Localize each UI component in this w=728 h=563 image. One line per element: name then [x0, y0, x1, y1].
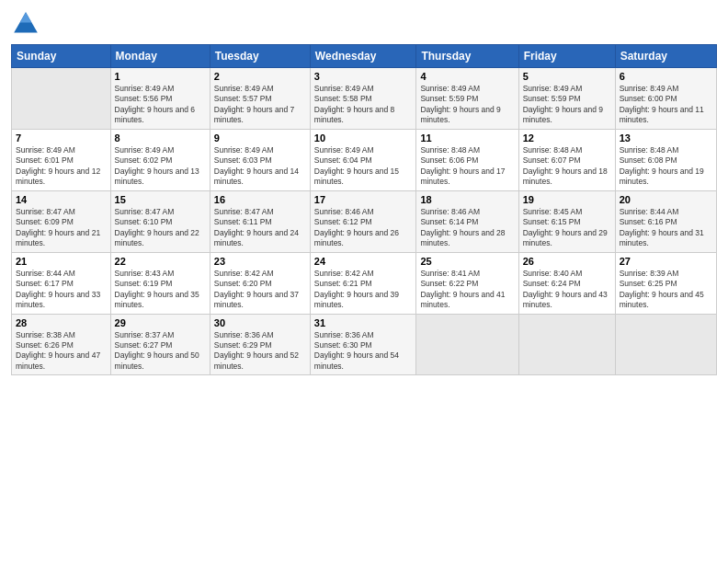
day-info: Sunrise: 8:47 AMSunset: 6:10 PMDaylight:… [115, 207, 206, 249]
day-number: 13 [620, 132, 712, 144]
weekday-header-row: SundayMondayTuesdayWednesdayThursdayFrid… [12, 45, 717, 68]
day-cell: 7Sunrise: 8:49 AMSunset: 6:01 PMDaylight… [12, 129, 111, 190]
day-number: 18 [420, 194, 514, 205]
day-cell: 23Sunrise: 8:42 AMSunset: 6:20 PMDayligh… [210, 252, 310, 314]
day-cell: 17Sunrise: 8:46 AMSunset: 6:12 PMDayligh… [310, 190, 416, 252]
day-number: 9 [214, 132, 306, 144]
day-cell: 29Sunrise: 8:37 AMSunset: 6:27 PMDayligh… [110, 314, 210, 375]
calendar-table: SundayMondayTuesdayWednesdayThursdayFrid… [11, 44, 717, 375]
day-info: Sunrise: 8:40 AMSunset: 6:24 PMDaylight:… [523, 269, 611, 311]
day-cell [416, 314, 518, 375]
day-number: 30 [214, 317, 306, 328]
day-info: Sunrise: 8:36 AMSunset: 6:29 PMDaylight:… [214, 330, 306, 373]
day-cell: 15Sunrise: 8:47 AMSunset: 6:10 PMDayligh… [110, 190, 210, 252]
day-cell: 10Sunrise: 8:49 AMSunset: 6:04 PMDayligh… [310, 129, 416, 190]
day-info: Sunrise: 8:46 AMSunset: 6:12 PMDaylight:… [314, 207, 413, 249]
weekday-header-sunday: Sunday [12, 45, 111, 68]
day-number: 15 [115, 194, 206, 205]
weekday-header-saturday: Saturday [615, 45, 716, 68]
weekday-header-tuesday: Tuesday [210, 45, 310, 68]
day-info: Sunrise: 8:39 AMSunset: 6:25 PMDaylight:… [620, 269, 712, 311]
day-number: 2 [214, 71, 306, 82]
week-row-1: 1Sunrise: 8:49 AMSunset: 5:56 PMDaylight… [12, 68, 717, 130]
day-info: Sunrise: 8:49 AMSunset: 6:04 PMDaylight:… [314, 145, 413, 188]
day-number: 3 [314, 71, 413, 82]
day-info: Sunrise: 8:43 AMSunset: 6:19 PMDaylight:… [115, 269, 206, 311]
day-info: Sunrise: 8:48 AMSunset: 6:06 PMDaylight:… [420, 145, 514, 188]
day-number: 27 [620, 256, 712, 267]
day-number: 24 [314, 256, 413, 267]
day-cell: 18Sunrise: 8:46 AMSunset: 6:14 PMDayligh… [416, 190, 518, 252]
day-number: 28 [16, 317, 107, 328]
day-number: 5 [523, 71, 611, 82]
day-cell: 22Sunrise: 8:43 AMSunset: 6:19 PMDayligh… [110, 252, 210, 314]
day-cell [518, 314, 615, 375]
weekday-header-wednesday: Wednesday [310, 45, 416, 68]
week-row-2: 7Sunrise: 8:49 AMSunset: 6:01 PMDaylight… [12, 129, 717, 190]
day-cell: 20Sunrise: 8:44 AMSunset: 6:16 PMDayligh… [615, 190, 716, 252]
day-cell: 5Sunrise: 8:49 AMSunset: 5:59 PMDaylight… [518, 68, 615, 130]
day-info: Sunrise: 8:48 AMSunset: 6:08 PMDaylight:… [620, 145, 712, 188]
page: SundayMondayTuesdayWednesdayThursdayFrid… [0, 0, 728, 563]
day-info: Sunrise: 8:41 AMSunset: 6:22 PMDaylight:… [420, 269, 514, 311]
day-info: Sunrise: 8:49 AMSunset: 6:03 PMDaylight:… [214, 145, 306, 188]
day-number: 29 [115, 317, 206, 328]
day-number: 26 [523, 256, 611, 267]
logo-icon [11, 9, 40, 39]
day-number: 10 [314, 132, 413, 144]
day-info: Sunrise: 8:49 AMSunset: 5:59 PMDaylight:… [420, 84, 514, 126]
day-info: Sunrise: 8:44 AMSunset: 6:16 PMDaylight:… [620, 207, 712, 249]
day-cell: 3Sunrise: 8:49 AMSunset: 5:58 PMDaylight… [310, 68, 416, 130]
day-cell: 27Sunrise: 8:39 AMSunset: 6:25 PMDayligh… [615, 252, 716, 314]
logo [11, 9, 44, 39]
day-cell: 13Sunrise: 8:48 AMSunset: 6:08 PMDayligh… [615, 129, 716, 190]
day-cell: 12Sunrise: 8:48 AMSunset: 6:07 PMDayligh… [518, 129, 615, 190]
day-number: 19 [523, 194, 611, 205]
day-number: 20 [620, 194, 712, 205]
day-info: Sunrise: 8:49 AMSunset: 6:02 PMDaylight:… [115, 145, 206, 188]
day-info: Sunrise: 8:38 AMSunset: 6:26 PMDaylight:… [16, 330, 107, 373]
day-cell: 24Sunrise: 8:42 AMSunset: 6:21 PMDayligh… [310, 252, 416, 314]
day-info: Sunrise: 8:49 AMSunset: 5:56 PMDaylight:… [115, 84, 206, 126]
day-info: Sunrise: 8:47 AMSunset: 6:11 PMDaylight:… [214, 207, 306, 249]
day-cell: 25Sunrise: 8:41 AMSunset: 6:22 PMDayligh… [416, 252, 518, 314]
day-info: Sunrise: 8:49 AMSunset: 5:57 PMDaylight:… [214, 84, 306, 126]
day-info: Sunrise: 8:48 AMSunset: 6:07 PMDaylight:… [523, 145, 611, 188]
week-row-5: 28Sunrise: 8:38 AMSunset: 6:26 PMDayligh… [12, 314, 717, 375]
day-number: 7 [16, 132, 107, 144]
day-cell: 14Sunrise: 8:47 AMSunset: 6:09 PMDayligh… [12, 190, 111, 252]
day-info: Sunrise: 8:49 AMSunset: 5:58 PMDaylight:… [314, 84, 413, 126]
day-info: Sunrise: 8:45 AMSunset: 6:15 PMDaylight:… [523, 207, 611, 249]
weekday-header-friday: Friday [518, 45, 615, 68]
day-number: 23 [214, 256, 306, 267]
day-info: Sunrise: 8:49 AMSunset: 6:00 PMDaylight:… [620, 84, 712, 126]
day-cell: 21Sunrise: 8:44 AMSunset: 6:17 PMDayligh… [12, 252, 111, 314]
day-cell: 6Sunrise: 8:49 AMSunset: 6:00 PMDaylight… [615, 68, 716, 130]
week-row-4: 21Sunrise: 8:44 AMSunset: 6:17 PMDayligh… [12, 252, 717, 314]
day-cell: 1Sunrise: 8:49 AMSunset: 5:56 PMDaylight… [110, 68, 210, 130]
day-cell [12, 68, 111, 130]
day-cell: 2Sunrise: 8:49 AMSunset: 5:57 PMDaylight… [210, 68, 310, 130]
day-cell: 11Sunrise: 8:48 AMSunset: 6:06 PMDayligh… [416, 129, 518, 190]
day-number: 4 [420, 71, 514, 82]
day-number: 16 [214, 194, 306, 205]
day-info: Sunrise: 8:46 AMSunset: 6:14 PMDaylight:… [420, 207, 514, 249]
day-number: 21 [16, 256, 107, 267]
day-number: 1 [115, 71, 206, 82]
day-cell: 8Sunrise: 8:49 AMSunset: 6:02 PMDaylight… [110, 129, 210, 190]
weekday-header-monday: Monday [110, 45, 210, 68]
week-row-3: 14Sunrise: 8:47 AMSunset: 6:09 PMDayligh… [12, 190, 717, 252]
day-info: Sunrise: 8:49 AMSunset: 6:01 PMDaylight:… [16, 145, 107, 188]
day-number: 6 [620, 71, 712, 82]
day-number: 8 [115, 132, 206, 144]
day-info: Sunrise: 8:47 AMSunset: 6:09 PMDaylight:… [16, 207, 107, 249]
day-number: 12 [523, 132, 611, 144]
day-cell: 30Sunrise: 8:36 AMSunset: 6:29 PMDayligh… [210, 314, 310, 375]
day-info: Sunrise: 8:42 AMSunset: 6:21 PMDaylight:… [314, 269, 413, 311]
day-info: Sunrise: 8:42 AMSunset: 6:20 PMDaylight:… [214, 269, 306, 311]
day-number: 17 [314, 194, 413, 205]
day-cell: 16Sunrise: 8:47 AMSunset: 6:11 PMDayligh… [210, 190, 310, 252]
day-info: Sunrise: 8:49 AMSunset: 5:59 PMDaylight:… [523, 84, 611, 126]
day-number: 14 [16, 194, 107, 205]
day-number: 31 [314, 317, 413, 328]
